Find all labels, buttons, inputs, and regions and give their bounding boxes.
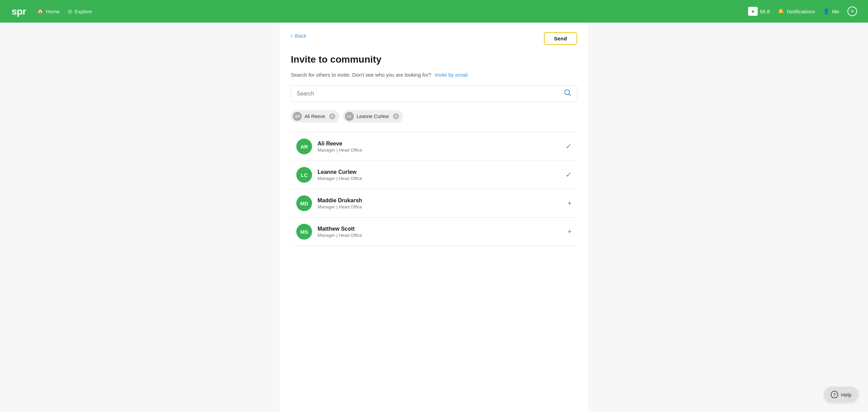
sprout-logo-icon: sprout — [11, 4, 26, 19]
tag-name: Leanne Curlew — [357, 114, 389, 119]
chevron-left-icon: ‹ — [291, 32, 293, 39]
selected-check-icon: ✓ — [566, 142, 572, 151]
notifications-button[interactable]: 🔔 Notifications — [778, 8, 815, 14]
nav-home[interactable]: 🏠 Home — [37, 8, 60, 14]
help-icon: ? — [831, 391, 838, 398]
person-info: Leanne Curlew Manager | Head Office — [318, 169, 560, 181]
person-row[interactable]: AR Ali Reeve Manager | Head Office ✓ — [291, 132, 577, 161]
send-button[interactable]: Send — [544, 32, 577, 45]
top-row: ‹ Back Send — [291, 32, 577, 49]
bell-icon: 🔔 — [778, 8, 784, 14]
person-name: Maddie Drukarsh — [318, 197, 562, 204]
person-role: Manager | Head Office — [318, 147, 560, 153]
tag-remove-button[interactable]: ✕ — [329, 113, 335, 119]
explore-icon: ◎ — [68, 8, 72, 14]
selected-tag: LC Leanne Curlew ✕ — [343, 110, 403, 123]
person-avatar: MD — [296, 195, 312, 211]
add-person-icon[interactable]: + — [567, 199, 572, 208]
person-info: Maddie Drukarsh Manager | Head Office — [318, 197, 562, 209]
person-avatar: MS — [296, 224, 312, 240]
tag-avatar: AR — [293, 112, 302, 121]
nav-links: 🏠 Home ◎ Explore — [37, 8, 737, 14]
me-button[interactable]: 👤 Me — [823, 8, 839, 14]
person-name: Matthew Scott — [318, 226, 562, 232]
main-content: ‹ Back Send Invite to community Search f… — [280, 23, 588, 412]
tag-remove-button[interactable]: ✕ — [393, 113, 399, 119]
person-role: Manager | Head Office — [318, 176, 560, 181]
person-row[interactable]: LC Leanne Curlew Manager | Head Office ✓ — [291, 161, 577, 189]
svg-line-2 — [569, 94, 571, 96]
score-badge[interactable]: ♥ 68.8 — [748, 7, 770, 16]
search-icon — [564, 89, 571, 98]
brand-logo: sprout — [11, 4, 26, 19]
person-row[interactable]: MS Matthew Scott Manager | Head Office + — [291, 218, 577, 246]
tag-avatar: LC — [345, 112, 354, 121]
tag-name: Ali Reeve — [305, 114, 325, 119]
person-info: Matthew Scott Manager | Head Office — [318, 226, 562, 238]
person-info: Ali Reeve Manager | Head Office — [318, 141, 560, 153]
person-role: Manager | Head Office — [318, 233, 562, 238]
add-button[interactable]: + — [847, 7, 857, 16]
search-box — [291, 85, 577, 102]
svg-text:sprout: sprout — [12, 6, 26, 17]
add-person-icon[interactable]: + — [567, 227, 572, 236]
heart-icon: ♥ — [748, 7, 758, 16]
search-input[interactable] — [297, 91, 564, 97]
person-name: Ali Reeve — [318, 141, 560, 147]
invite-by-email-link[interactable]: Invite by email — [435, 72, 468, 78]
user-icon: 👤 — [823, 8, 830, 14]
person-list: AR Ali Reeve Manager | Head Office ✓ LC … — [291, 132, 577, 246]
selected-check-icon: ✓ — [566, 170, 572, 179]
selected-tag: AR Ali Reeve ✕ — [291, 110, 339, 123]
person-role: Manager | Head Office — [318, 204, 562, 209]
person-name: Leanne Curlew — [318, 169, 560, 175]
selected-tags: AR Ali Reeve ✕ LC Leanne Curlew ✕ — [291, 110, 577, 123]
subtitle-text: Search for others to invite. Don't see w… — [291, 72, 577, 78]
home-icon: 🏠 — [37, 8, 44, 14]
navbar: sprout 🏠 Home ◎ Explore ♥ 68.8 🔔 Notific… — [0, 0, 868, 23]
help-button[interactable]: ? Help — [824, 387, 858, 402]
nav-right: ♥ 68.8 🔔 Notifications 👤 Me + — [748, 7, 857, 16]
back-button[interactable]: ‹ Back — [291, 32, 306, 39]
person-row[interactable]: MD Maddie Drukarsh Manager | Head Office… — [291, 189, 577, 218]
person-avatar: AR — [296, 139, 312, 154]
nav-explore[interactable]: ◎ Explore — [68, 8, 92, 14]
person-avatar: LC — [296, 167, 312, 183]
page-title: Invite to community — [291, 54, 577, 65]
